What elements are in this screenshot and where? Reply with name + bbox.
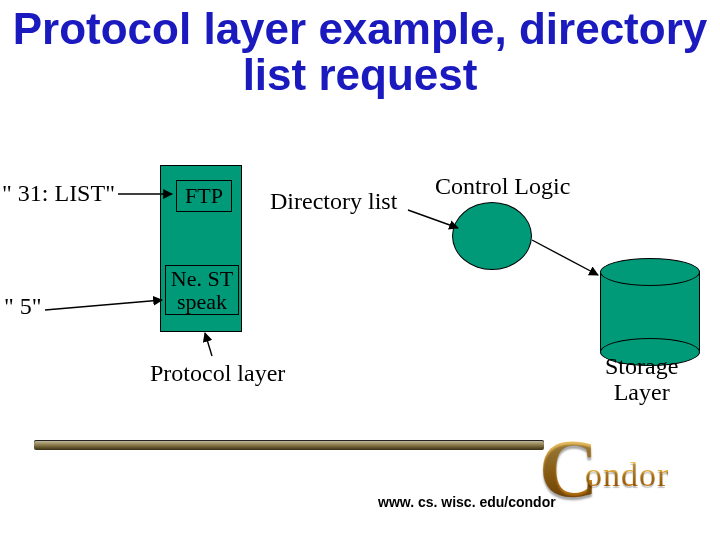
- nest-speak-box: Ne. ST speak: [165, 265, 239, 315]
- control-logic-circle: [452, 202, 532, 270]
- cylinder-top: [600, 258, 700, 286]
- input-5-label: " 5": [4, 293, 42, 320]
- storage-line2: Layer: [614, 379, 670, 405]
- arrow-control-to-storage: [532, 240, 598, 275]
- directory-list-label: Directory list: [270, 188, 397, 215]
- nest-line1: Ne. ST: [171, 266, 233, 291]
- divider-bar: [34, 440, 544, 450]
- condor-logo-word: ondor: [585, 456, 669, 494]
- arrow-dirlist-to-control: [408, 210, 458, 228]
- protocol-layer-label: Protocol layer: [150, 360, 285, 387]
- slide-title: Protocol layer example, directory list r…: [0, 6, 720, 98]
- control-logic-label: Control Logic: [435, 173, 570, 200]
- input-31-list-label: " 31: LIST": [2, 180, 115, 207]
- condor-logo: C ondor: [545, 420, 715, 510]
- slide: Protocol layer example, directory list r…: [0, 0, 720, 540]
- storage-line1: Storage: [605, 353, 678, 379]
- storage-layer-label: Storage Layer: [605, 353, 678, 406]
- storage-cylinder: [600, 258, 698, 348]
- footer-url: www. cs. wisc. edu/condor: [378, 494, 556, 510]
- arrow-5-to-nest: [45, 300, 162, 310]
- ftp-box: FTP: [176, 180, 232, 212]
- arrow-label-to-protocol: [205, 333, 212, 356]
- nest-line2: speak: [177, 289, 227, 314]
